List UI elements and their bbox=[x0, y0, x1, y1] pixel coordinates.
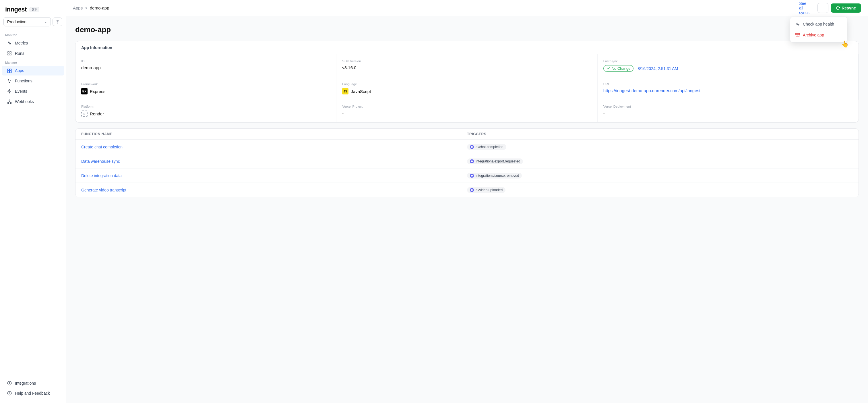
vercel-project-cell: Vercel Project - bbox=[336, 100, 597, 122]
trigger-cell: integrations/source.removed bbox=[467, 173, 853, 179]
last-sync-value: No Change 8/16/2024, 2:51:31 AM bbox=[603, 65, 852, 72]
topbar: Apps > demo-app See all syncs ⋮ Resync C… bbox=[66, 0, 868, 16]
breadcrumb-separator: > bbox=[85, 5, 88, 10]
logo-area: inngest ⌘ K bbox=[0, 0, 66, 17]
sidebar-item-functions[interactable]: Functions bbox=[2, 76, 64, 86]
sidebar-bottom: Integrations Help and Feedback bbox=[0, 378, 66, 403]
svg-rect-4 bbox=[10, 54, 11, 55]
help-icon bbox=[7, 391, 12, 396]
keyboard-shortcut[interactable]: ⌘ K bbox=[30, 7, 39, 12]
sidebar-item-events[interactable]: Events bbox=[2, 86, 64, 96]
functions-card: Function Name Triggers Create chat compl… bbox=[75, 128, 859, 197]
trigger-dot-icon bbox=[470, 188, 474, 192]
sidebar-item-help[interactable]: Help and Feedback bbox=[2, 389, 64, 398]
id-cell: ID demo-app bbox=[75, 54, 336, 77]
archive-app-item[interactable]: Archive app 👆 bbox=[790, 30, 847, 40]
breadcrumb-apps[interactable]: Apps bbox=[73, 5, 83, 10]
trigger-badge: integrations/source.removed bbox=[467, 173, 522, 179]
more-options-button[interactable]: ⋮ bbox=[817, 3, 828, 13]
url-cell: URL https://inngest-demo-app.onrender.co… bbox=[598, 77, 859, 100]
trigger-dot-icon bbox=[470, 174, 474, 178]
breadcrumb-current: demo-app bbox=[90, 5, 110, 10]
functions-table-header: Function Name Triggers bbox=[75, 129, 859, 140]
dropdown-menu: Check app health Archive app 👆 bbox=[790, 17, 847, 42]
trigger-cell: integrations/export.requested bbox=[467, 158, 853, 164]
vercel-deployment-cell: Vercel Deployment - bbox=[598, 100, 859, 122]
sidebar-item-label: Runs bbox=[15, 51, 24, 56]
sdk-value: v3.16.0 bbox=[342, 65, 591, 70]
svg-rect-6 bbox=[10, 69, 11, 71]
env-name: Production bbox=[7, 20, 26, 24]
language-value: JS JavaScript bbox=[342, 88, 591, 94]
svg-rect-17 bbox=[795, 33, 799, 34]
resync-label: Resync bbox=[842, 6, 856, 10]
svg-rect-5 bbox=[7, 69, 9, 71]
url-value[interactable]: https://inngest-demo-app.onrender.com/ap… bbox=[603, 88, 852, 93]
function-name-link[interactable]: Create chat completion bbox=[81, 145, 467, 149]
platform-cell: Platform ⊡ Render bbox=[75, 100, 336, 122]
sidebar-item-apps[interactable]: Apps bbox=[2, 66, 64, 75]
integrations-icon bbox=[7, 381, 12, 386]
trigger-text: integrations/export.requested bbox=[476, 159, 520, 163]
sync-time: 8/16/2024, 2:51:31 AM bbox=[638, 66, 678, 71]
check-icon bbox=[607, 67, 610, 70]
environment-selector: Production ⌄ bbox=[3, 17, 62, 26]
svg-line-13 bbox=[9, 102, 11, 102]
platform-value: ⊡ Render bbox=[81, 111, 330, 117]
framework-name: Express bbox=[90, 89, 105, 94]
resync-icon bbox=[836, 6, 840, 10]
table-row: Data warehouse sync integrations/export.… bbox=[75, 154, 859, 168]
svg-line-14 bbox=[8, 102, 9, 102]
trigger-text: ai/chat.completion bbox=[476, 145, 503, 149]
express-icon: EX bbox=[81, 88, 88, 94]
env-settings-button[interactable] bbox=[53, 18, 62, 26]
app-info-grid: ID demo-app SDK Version v3.16.0 Last Syn… bbox=[75, 54, 859, 122]
table-row: Generate video transcript ai/video.uploa… bbox=[75, 183, 859, 197]
sidebar-item-metrics[interactable]: Metrics bbox=[2, 38, 64, 48]
function-name-link[interactable]: Data warehouse sync bbox=[81, 159, 467, 164]
last-sync-label: Last Sync bbox=[603, 59, 852, 63]
framework-value: EX Express bbox=[81, 88, 330, 94]
last-sync-cell: Last Sync No Change 8/16/2024, 2:51:31 A… bbox=[598, 54, 859, 77]
sidebar-item-integrations[interactable]: Integrations bbox=[2, 378, 64, 388]
sdk-label: SDK Version bbox=[342, 59, 591, 63]
archive-icon bbox=[795, 32, 800, 38]
main-content: Apps > demo-app See all syncs ⋮ Resync C… bbox=[66, 0, 868, 403]
svg-rect-3 bbox=[8, 54, 9, 55]
sidebar-item-label: Integrations bbox=[15, 381, 36, 385]
page-content: demo-app App Information ID demo-app SDK… bbox=[66, 16, 868, 403]
platform-label: Platform bbox=[81, 105, 330, 108]
framework-label: Framework bbox=[81, 82, 330, 86]
svg-point-0 bbox=[57, 21, 58, 22]
sidebar-item-runs[interactable]: Runs bbox=[2, 49, 64, 58]
id-label: ID bbox=[81, 59, 330, 63]
language-cell: Language JS JavaScript bbox=[336, 77, 597, 100]
trigger-dot-icon bbox=[470, 159, 474, 163]
see-all-syncs-link[interactable]: See all syncs bbox=[799, 1, 809, 15]
functions-table: Create chat completion ai/chat.completio… bbox=[75, 140, 859, 197]
svg-rect-2 bbox=[10, 52, 11, 53]
trigger-cell: ai/video.uploaded bbox=[467, 187, 853, 193]
table-row: Delete integration data integrations/sou… bbox=[75, 168, 859, 183]
env-dropdown[interactable]: Production ⌄ bbox=[3, 17, 51, 26]
sidebar-item-webhooks[interactable]: Webhooks bbox=[2, 97, 64, 106]
apps-icon bbox=[7, 68, 12, 73]
trigger-text: ai/video.uploaded bbox=[476, 188, 503, 192]
check-health-item[interactable]: Check app health bbox=[790, 19, 847, 30]
check-health-label: Check app health bbox=[803, 22, 834, 26]
vercel-project-label: Vercel Project bbox=[342, 105, 591, 108]
sync-badge-text: No Change bbox=[612, 66, 631, 71]
runs-icon bbox=[7, 51, 12, 56]
events-icon bbox=[7, 89, 12, 94]
framework-cell: Framework EX Express bbox=[75, 77, 336, 100]
resync-button[interactable]: Resync bbox=[831, 3, 861, 12]
function-name-link[interactable]: Generate video transcript bbox=[81, 188, 467, 192]
topbar-actions: See all syncs ⋮ Resync Check app health bbox=[817, 3, 861, 13]
cmd-symbol: ⌘ bbox=[32, 8, 35, 11]
sidebar-item-label: Webhooks bbox=[15, 99, 34, 104]
sidebar-item-label: Apps bbox=[15, 68, 24, 73]
vercel-project-value: - bbox=[342, 111, 591, 115]
trigger-badge: ai/video.uploaded bbox=[467, 187, 505, 193]
language-label: Language bbox=[342, 82, 591, 86]
function-name-link[interactable]: Delete integration data bbox=[81, 174, 467, 178]
